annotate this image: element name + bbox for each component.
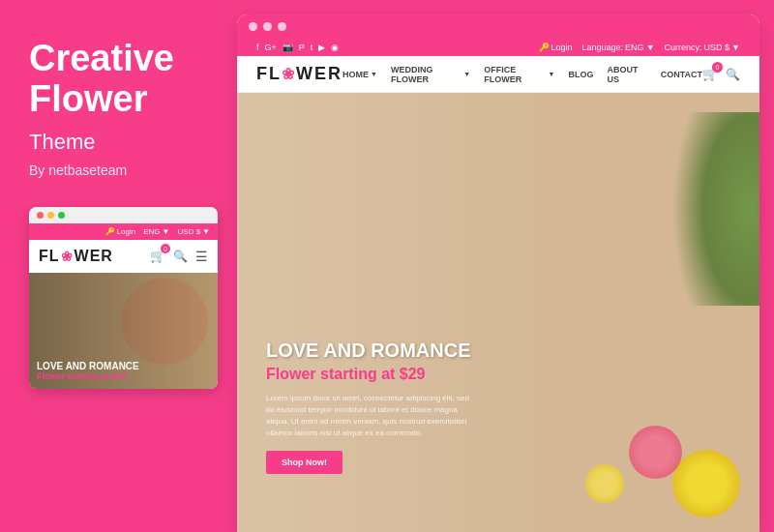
hero-body-text: Lorem ipsum dolor sit amet, consectetur … bbox=[266, 393, 479, 439]
site-topbar: f G+ 📷 P t ▶ ◉ 🔑 Login Language: ENG ▼ C… bbox=[237, 39, 759, 56]
browser-chrome bbox=[237, 15, 759, 39]
mobile-hero-sub: Flower starting at $29 bbox=[37, 371, 210, 381]
nav-office[interactable]: OFFICE FLOWER ▼ bbox=[484, 65, 554, 84]
navbar-icons: 🛒 0 🔍 bbox=[702, 67, 740, 81]
language-selector[interactable]: Language: ENG ▼ bbox=[582, 43, 655, 52]
topbar-social-icons: f G+ 📷 P t ▶ ◉ bbox=[256, 43, 339, 52]
pinterest-icon[interactable]: P bbox=[299, 43, 305, 52]
mobile-lang: ENG ▼ bbox=[143, 227, 169, 236]
navbar-cart-icon[interactable]: 🛒 0 bbox=[702, 67, 718, 81]
mobile-hero: LOVE AND ROMANCE Flower starting at $29 bbox=[29, 273, 218, 389]
site-logo: FL❀WER bbox=[256, 64, 342, 84]
topbar-account-area: 🔑 Login Language: ENG ▼ Currency: USD $ … bbox=[539, 43, 740, 52]
browser-maximize-dot bbox=[278, 22, 286, 31]
mobile-logo-area: FL❀WER 🛒 0 🔍 ☰ bbox=[29, 240, 218, 273]
mobile-logo: FL❀WER bbox=[39, 248, 113, 265]
navbar-search-icon[interactable]: 🔍 bbox=[726, 68, 740, 81]
youtube-icon[interactable]: ▶ bbox=[318, 43, 325, 52]
navbar-cart-count: 0 bbox=[712, 62, 723, 73]
desktop-preview: f G+ 📷 P t ▶ ◉ 🔑 Login Language: ENG ▼ C… bbox=[237, 15, 759, 532]
theme-by: By netbaseteam bbox=[29, 163, 208, 178]
browser-close-dot bbox=[249, 22, 257, 31]
nav-home[interactable]: HOME ▼ bbox=[342, 70, 377, 79]
wedding-caret: ▼ bbox=[463, 71, 470, 77]
dot-green bbox=[58, 212, 65, 219]
nav-links: HOME ▼ WEDDING FLOWER ▼ OFFICE FLOWER ▼ … bbox=[342, 65, 702, 84]
gplus-icon[interactable]: G+ bbox=[265, 43, 277, 52]
hero-content: LOVE AND ROMANCE Flower starting at $29 … bbox=[266, 340, 479, 474]
site-hero: LOVE AND ROMANCE Flower starting at $29 … bbox=[237, 93, 759, 532]
flower-icon: ❀ bbox=[61, 249, 74, 264]
site-navbar: FL❀WER HOME ▼ WEDDING FLOWER ▼ OFFICE FL… bbox=[237, 56, 759, 93]
mobile-login-icon: 🔑 Login bbox=[105, 227, 136, 236]
theme-title: Creative Flower bbox=[29, 39, 208, 120]
office-caret: ▼ bbox=[549, 71, 555, 77]
nav-about[interactable]: ABOUT US bbox=[607, 65, 646, 84]
nav-wedding[interactable]: WEDDING FLOWER ▼ bbox=[391, 65, 470, 84]
dot-yellow bbox=[47, 212, 54, 219]
mobile-hero-title: LOVE AND ROMANCE bbox=[37, 361, 210, 371]
cart-count: 0 bbox=[161, 244, 170, 253]
currency-selector[interactable]: Currency: USD $ ▼ bbox=[665, 43, 740, 52]
dot-red bbox=[37, 212, 44, 219]
twitter-icon[interactable]: t bbox=[311, 43, 313, 52]
mobile-preview: 🔑 Login ENG ▼ USD $ ▼ FL❀WER 🛒 0 🔍 ☰ LOV… bbox=[29, 207, 218, 389]
nav-blog[interactable]: BLOG bbox=[568, 70, 593, 79]
hero-sub-title: Flower starting at $29 bbox=[266, 366, 479, 383]
mobile-search-icon[interactable]: 🔍 bbox=[173, 250, 188, 263]
browser-minimize-dot bbox=[263, 22, 272, 31]
left-panel: Creative Flower Theme By netbaseteam 🔑 L… bbox=[0, 0, 237, 532]
camera-icon[interactable]: 📷 bbox=[283, 43, 293, 52]
mobile-cart-icon[interactable]: 🛒 0 bbox=[150, 249, 165, 263]
theme-subtitle: Theme bbox=[29, 130, 208, 155]
home-caret: ▼ bbox=[371, 71, 377, 77]
rss-icon[interactable]: ◉ bbox=[331, 43, 339, 52]
mobile-dots bbox=[29, 207, 218, 223]
login-link[interactable]: 🔑 Login bbox=[539, 43, 573, 52]
mobile-menu-icon[interactable]: ☰ bbox=[195, 249, 208, 264]
nav-contact[interactable]: CONTACT bbox=[661, 70, 702, 79]
mobile-currency: USD $ ▼ bbox=[178, 227, 210, 236]
fb-icon[interactable]: f bbox=[256, 43, 259, 52]
hero-main-title: LOVE AND ROMANCE bbox=[266, 340, 479, 362]
shop-now-button[interactable]: Shop Now! bbox=[266, 451, 342, 474]
logo-flower-icon: ❀ bbox=[282, 65, 296, 83]
mobile-topbar: 🔑 Login ENG ▼ USD $ ▼ bbox=[29, 223, 218, 240]
mobile-nav-icons: 🛒 0 🔍 ☰ bbox=[150, 249, 208, 264]
